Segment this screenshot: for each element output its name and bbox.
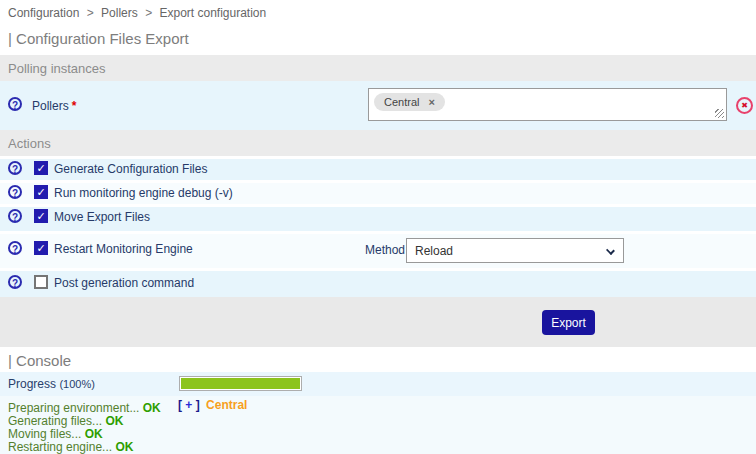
pollers-input[interactable]: Central × bbox=[368, 88, 727, 121]
help-icon[interactable]: ? bbox=[8, 275, 22, 289]
checkbox-move-export-files[interactable]: ✓ bbox=[34, 209, 48, 223]
action-row-generate: ? ✓ Generate Configuration Files bbox=[0, 159, 756, 180]
action-row-restart-engine: ? ✓ Restart Monitoring Engine Method Rel… bbox=[0, 234, 756, 268]
tag-remove-icon[interactable]: × bbox=[428, 96, 434, 108]
log-line: Restarting engine... OK bbox=[8, 441, 161, 454]
poller-tag-label: Central bbox=[384, 96, 419, 108]
log-line-status: OK bbox=[143, 401, 161, 415]
checkbox-run-monitoring-engine-debug[interactable]: ✓ bbox=[34, 185, 48, 199]
checkbox-post-generation-command[interactable] bbox=[34, 275, 48, 289]
action-label: Generate Configuration Files bbox=[54, 162, 207, 176]
method-select[interactable]: Reload bbox=[406, 238, 624, 263]
required-asterisk: * bbox=[72, 99, 77, 113]
help-icon[interactable]: ? bbox=[8, 161, 22, 175]
action-row-debug: ? ✓ Run monitoring engine debug (-v) bbox=[0, 183, 756, 204]
console-title: | Console bbox=[0, 347, 756, 372]
help-icon[interactable]: ? bbox=[8, 209, 22, 223]
checkbox-restart-monitoring-engine[interactable]: ✓ bbox=[34, 241, 48, 255]
breadcrumb-separator: > bbox=[87, 6, 94, 20]
console-log-lines: Preparing environment... OK Generating f… bbox=[8, 402, 161, 454]
page-title: | Configuration Files Export bbox=[0, 22, 756, 55]
checkbox-generate-configuration-files[interactable]: ✓ bbox=[34, 161, 48, 175]
bracket-open: [ bbox=[178, 398, 182, 412]
log-line-status: OK bbox=[105, 414, 123, 428]
pollers-row: ? Pollers* Central × ✖ bbox=[0, 81, 756, 130]
progress-row: Progress (100%) bbox=[0, 372, 756, 396]
action-label: Restart Monitoring Engine bbox=[54, 242, 193, 256]
poller-result: [ + ] Central bbox=[178, 398, 247, 412]
method-label: Method bbox=[365, 243, 405, 257]
export-band: Export bbox=[0, 297, 756, 347]
breadcrumb-current-page: Export configuration bbox=[159, 6, 266, 20]
log-line-text: Moving files... bbox=[8, 427, 81, 441]
breadcrumb-link-pollers[interactable]: Pollers bbox=[101, 6, 138, 20]
section-header-polling-instances: Polling instances bbox=[0, 55, 756, 81]
action-label: Move Export Files bbox=[54, 210, 150, 224]
export-button[interactable]: Export bbox=[542, 310, 595, 335]
help-icon[interactable]: ? bbox=[8, 241, 22, 255]
pollers-label: Pollers* bbox=[32, 99, 76, 113]
clear-pollers-icon[interactable]: ✖ bbox=[736, 97, 753, 114]
help-icon[interactable]: ? bbox=[8, 97, 22, 111]
poller-result-name: Central bbox=[206, 398, 247, 412]
breadcrumb-separator: > bbox=[145, 6, 152, 20]
progress-label-text: Progress bbox=[8, 377, 56, 391]
log-line-status: OK bbox=[85, 427, 103, 441]
chevron-down-icon bbox=[606, 246, 615, 255]
bracket-close: ] bbox=[196, 398, 200, 412]
action-row-move-export: ? ✓ Move Export Files bbox=[0, 207, 756, 231]
progress-bar bbox=[179, 376, 302, 391]
section-header-actions: Actions bbox=[0, 130, 756, 156]
log-line-text: Preparing environment... bbox=[8, 401, 139, 415]
log-line-text: Generating files... bbox=[8, 414, 102, 428]
pollers-label-text: Pollers bbox=[32, 99, 69, 113]
console-log-area: Preparing environment... OK Generating f… bbox=[0, 396, 756, 454]
breadcrumb-link-configuration[interactable]: Configuration bbox=[8, 6, 79, 20]
progress-percent: (100%) bbox=[59, 378, 94, 390]
resize-handle[interactable] bbox=[715, 109, 724, 118]
action-label: Post generation command bbox=[54, 276, 194, 290]
breadcrumb: Configuration > Pollers > Export configu… bbox=[0, 0, 756, 22]
help-icon[interactable]: ? bbox=[8, 185, 22, 199]
action-label: Run monitoring engine debug (-v) bbox=[54, 186, 233, 200]
action-row-post-generation: ? Post generation command bbox=[0, 271, 756, 297]
log-line-text: Restarting engine... bbox=[8, 440, 112, 454]
log-line-status: OK bbox=[115, 440, 133, 454]
poller-tag: Central × bbox=[374, 93, 445, 111]
expand-toggle-icon[interactable]: + bbox=[185, 398, 192, 412]
progress-bar-fill bbox=[181, 378, 300, 389]
method-selected-value: Reload bbox=[415, 244, 453, 258]
progress-label: Progress (100%) bbox=[8, 377, 95, 391]
